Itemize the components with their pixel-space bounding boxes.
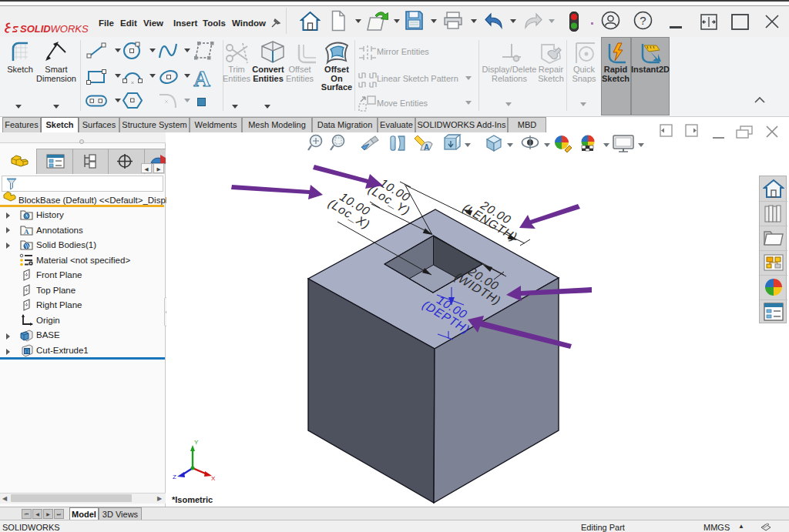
svg-text:WORKS: WORKS [51,23,89,35]
svg-text:X: X [211,475,216,482]
svg-text:A: A [24,228,29,236]
svg-text:SOLID: SOLID [20,23,51,35]
svg-text:?: ? [640,14,646,27]
svg-text:Z: Z [173,473,176,480]
svg-text:Y: Y [194,439,199,446]
svg-text:A: A [424,143,429,152]
svg-text:A: A [193,66,210,89]
